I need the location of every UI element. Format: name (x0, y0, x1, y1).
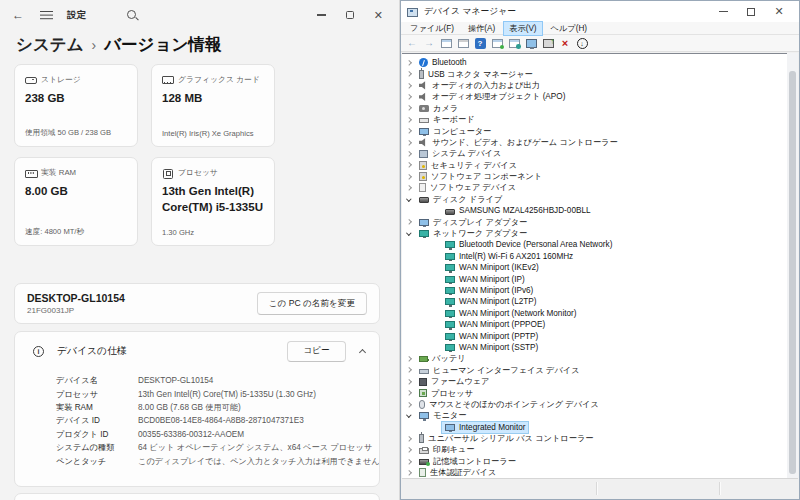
tree-scrollbar-thumb[interactable] (789, 71, 796, 474)
tree-item[interactable]: ユニバーサル シリアル バス コントローラー (402, 433, 787, 444)
tree-item[interactable]: WAN Miniport (Network Monitor) (402, 308, 787, 319)
update-driver-icon[interactable] (541, 36, 555, 50)
disable-device-icon[interactable]: ↓ (575, 36, 589, 50)
spec-label: システムの種類 (56, 442, 138, 453)
collapse-chevron-icon[interactable] (359, 349, 366, 356)
tree-item[interactable]: WAN Miniport (L2TP) (402, 296, 787, 307)
close-icon[interactable]: ✕ (374, 11, 383, 19)
usb-icon (419, 434, 424, 443)
expand-chevron-icon (406, 94, 411, 99)
menu-item-2[interactable]: 表示(V) (503, 21, 542, 36)
menu-item-0[interactable]: ファイル(F) (404, 21, 460, 36)
device-name: DESKTOP-GL10154 (27, 292, 125, 304)
back-icon[interactable]: ← (12, 8, 30, 22)
tree-item[interactable]: オーディオ処理オブジェクト (APO) (402, 91, 787, 102)
spec-row: デバイス名 DESKTOP-GL10154 (56, 374, 379, 387)
back-icon[interactable]: ← (405, 36, 419, 50)
tree-item[interactable]: 記憶域コントローラー (402, 456, 787, 467)
computer-icon[interactable] (524, 36, 538, 50)
tree-item[interactable]: WAN Miniport (PPTP) (402, 330, 787, 341)
menu-item-1[interactable]: 操作(A) (462, 21, 501, 36)
show-console-tree-icon[interactable] (439, 36, 453, 50)
tree-item-label: Intel(R) Wi-Fi 6 AX201 160MHz (459, 251, 573, 262)
tree-item[interactable]: ディスプレイ アダプター (402, 216, 787, 227)
tree-item[interactable]: セキュリティ デバイス (402, 160, 787, 171)
graphics-card-icon (162, 75, 173, 85)
forward-icon[interactable]: → (422, 36, 436, 50)
tree-item[interactable]: USB コネクタ マネージャー (402, 68, 787, 79)
breadcrumb: システム › バージョン情報 (0, 30, 399, 56)
tree-item[interactable]: ソフトウェア コンポーネント (402, 171, 787, 182)
properties-icon[interactable] (456, 36, 470, 50)
breadcrumb-system[interactable]: システム (16, 34, 84, 56)
search-icon[interactable] (126, 9, 138, 21)
tree-item[interactable]: WAN Miniport (IP) (402, 273, 787, 284)
tree-item[interactable]: 生体認証デバイス (402, 467, 787, 478)
card-detail: 1.30 GHz (162, 228, 264, 237)
network-icon (445, 241, 455, 248)
tree-item-label: モニター (433, 410, 466, 421)
monitorblue-icon (419, 412, 429, 419)
tree-item[interactable]: WAN Miniport (SSTP) (402, 342, 787, 353)
tree-item[interactable]: コンピューター (402, 125, 787, 136)
tree-item-label: マウスとそのほかのポインティング デバイス (429, 399, 599, 410)
tree-item[interactable]: WAN Miniport (PPPOE) (402, 319, 787, 330)
collapse-chevron-icon (406, 196, 411, 201)
tree-item[interactable]: モニター (402, 410, 787, 421)
dm-close-icon[interactable]: ✕ (765, 2, 793, 22)
tree-item[interactable]: Bluetooth Device (Personal Area Network) (402, 239, 787, 250)
tree-item[interactable]: 印刷キュー (402, 444, 787, 455)
scan-hardware-changes-icon[interactable] (507, 36, 521, 50)
tree-item[interactable]: Bluetooth (402, 57, 787, 68)
expand-chevron-icon (406, 174, 411, 179)
tree-item[interactable]: Intel(R) Wi-Fi 6 AX201 160MHz (402, 251, 787, 262)
tree-item[interactable]: SAMSUNG MZAL4256HBJD-00BLL (402, 205, 787, 216)
tree-item[interactable]: マウスとそのほかのポインティング デバイス (402, 399, 787, 410)
tree-item[interactable]: カメラ (402, 103, 787, 114)
tree-item-label: WAN Miniport (IPv6) (459, 285, 533, 296)
card-detail: 使用領域 50 GB / 238 GB (25, 128, 127, 138)
spec-value: 8.00 GB (7.68 GB 使用可能) (138, 402, 241, 413)
minimize-icon[interactable] (317, 14, 326, 15)
settings-window-controls: ✕ (317, 11, 387, 19)
tree-item[interactable]: プロセッサ (402, 387, 787, 398)
hamburger-menu-icon[interactable] (40, 11, 53, 20)
tree-item-label: WAN Miniport (IP) (459, 274, 525, 285)
menu-item-3[interactable]: ヘルプ(H) (545, 21, 594, 36)
tree-item[interactable]: システム デバイス (402, 148, 787, 159)
help-icon[interactable]: ? (473, 36, 487, 50)
dm-minimize-icon[interactable] (709, 2, 737, 22)
copy-button[interactable]: コピー (287, 341, 346, 362)
tree-item[interactable]: WAN Miniport (IKEv2) (402, 262, 787, 273)
breadcrumb-separator-icon: › (92, 37, 97, 53)
tree-item[interactable]: WAN Miniport (IPv6) (402, 285, 787, 296)
tree-item[interactable]: Integrated Monitor (402, 422, 787, 433)
tree-item[interactable]: オーディオの入力および出力 (402, 80, 787, 91)
tree-item-label: Integrated Monitor (459, 422, 525, 433)
tree-item-label: プロセッサ (431, 388, 473, 399)
tree-item[interactable]: ファームウェア (402, 376, 787, 387)
expand-chevron-icon (406, 140, 411, 145)
tree-item-label: オーディオ処理オブジェクト (APO) (432, 91, 565, 102)
uninstall-device-icon[interactable]: × (558, 36, 572, 50)
device-manager-title: デバイス マネージャー (424, 6, 516, 18)
tree-item-label: ソフトウェア デバイス (430, 182, 516, 193)
dm-maximize-icon[interactable] (737, 2, 765, 22)
device-spec-header: i デバイスの仕様 コピー (15, 332, 379, 370)
maximize-icon[interactable] (346, 11, 354, 19)
expand-chevron-icon (406, 151, 411, 156)
security-icon (419, 161, 427, 170)
tree-item[interactable]: ネットワーク アダプター (402, 228, 787, 239)
tree-item-label: 生体認証デバイス (430, 467, 496, 478)
tree-item[interactable]: ヒューマン インターフェイス デバイス (402, 365, 787, 376)
tree-scrollbar[interactable] (787, 53, 798, 478)
tree-item[interactable]: バッテリ (402, 353, 787, 364)
tree-item[interactable]: ソフトウェア デバイス (402, 182, 787, 193)
rename-pc-button[interactable]: この PC の名前を変更 (257, 292, 367, 315)
action-pane-icon[interactable] (490, 36, 504, 50)
tree-item[interactable]: サウンド、ビデオ、およびゲーム コントローラー (402, 137, 787, 148)
tree-item[interactable]: キーボード (402, 114, 787, 125)
card-label: プロセッサ (178, 167, 218, 178)
tree-item-label: カメラ (433, 103, 458, 114)
tree-item[interactable]: ディスク ドライブ (402, 194, 787, 205)
